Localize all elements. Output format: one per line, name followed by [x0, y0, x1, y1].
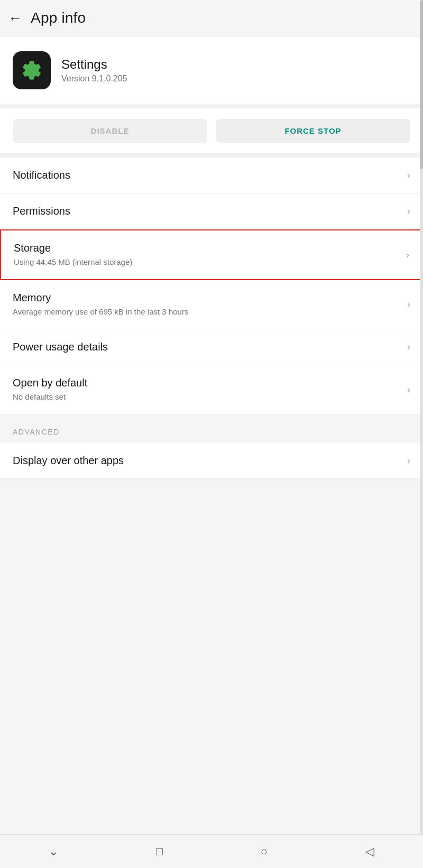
page-title: App info: [31, 10, 86, 26]
app-name: Settings: [61, 57, 127, 72]
bottom-navigation: ⌄ □ ○ ◁: [0, 834, 423, 868]
chevron-right-icon: ›: [407, 341, 410, 353]
back-button[interactable]: ←: [8, 11, 22, 25]
menu-item-open-by-default[interactable]: Open by default No defaults set ›: [0, 365, 423, 414]
menu-item-storage-subtitle: Using 44.45 MB (internal storage): [14, 256, 132, 267]
menu-item-power-usage[interactable]: Power usage details ›: [0, 329, 423, 365]
menu-item-power-usage-title: Power usage details: [13, 341, 108, 353]
app-version: Version 9.1.0.205: [61, 74, 127, 84]
menu-item-storage-content: Storage Using 44.45 MB (internal storage…: [14, 242, 132, 267]
menu-item-open-by-default-title: Open by default: [13, 377, 87, 389]
menu-item-open-by-default-content: Open by default No defaults set: [13, 377, 87, 402]
chevron-right-icon: ›: [407, 299, 410, 310]
menu-item-permissions-content: Permissions: [13, 205, 70, 217]
advanced-section-label: ADVANCED: [13, 428, 60, 436]
chevron-right-icon: ›: [406, 250, 409, 261]
scrollbar[interactable]: [420, 0, 423, 868]
app-info-header: ← App info: [0, 0, 423, 36]
menu-item-storage[interactable]: Storage Using 44.45 MB (internal storage…: [0, 229, 423, 280]
menu-item-storage-title: Storage: [14, 242, 132, 254]
chevron-right-icon: ›: [407, 206, 410, 217]
menu-item-display-over-apps[interactable]: Display over other apps ›: [0, 443, 423, 479]
scrollbar-thumb[interactable]: [420, 0, 423, 169]
menu-item-power-usage-content: Power usage details: [13, 341, 108, 353]
chevron-right-icon: ›: [407, 455, 410, 466]
nav-home-icon[interactable]: ○: [261, 845, 268, 858]
menu-item-notifications-content: Notifications: [13, 169, 70, 181]
nav-back-icon[interactable]: ◁: [365, 845, 374, 858]
disable-button[interactable]: DISABLE: [13, 119, 207, 143]
menu-item-memory[interactable]: Memory Average memory use of 695 kB in t…: [0, 280, 423, 329]
menu-item-open-by-default-subtitle: No defaults set: [13, 391, 87, 402]
menu-item-memory-subtitle: Average memory use of 695 kB in the last…: [13, 306, 188, 317]
menu-item-display-over-apps-content: Display over other apps: [13, 455, 124, 467]
chevron-right-icon: ›: [407, 170, 410, 181]
nav-dropdown-icon[interactable]: ⌄: [49, 845, 58, 858]
menu-item-memory-content: Memory Average memory use of 695 kB in t…: [13, 292, 188, 317]
advanced-section: Display over other apps ›: [0, 443, 423, 479]
buttons-section: DISABLE FORCE STOP: [0, 108, 423, 158]
app-icon: [13, 51, 51, 89]
menu-item-notifications[interactable]: Notifications ›: [0, 158, 423, 193]
nav-recents-icon[interactable]: □: [156, 845, 163, 858]
menu-item-permissions-title: Permissions: [13, 205, 70, 217]
menu-item-memory-title: Memory: [13, 292, 188, 304]
advanced-header: ADVANCED: [0, 414, 423, 443]
app-details: Settings Version 9.1.0.205: [61, 57, 127, 84]
app-info-section: Settings Version 9.1.0.205: [0, 36, 423, 108]
menu-section: Notifications › Permissions › Storage Us…: [0, 158, 423, 414]
menu-item-display-over-apps-title: Display over other apps: [13, 455, 124, 467]
menu-item-permissions[interactable]: Permissions ›: [0, 193, 423, 229]
menu-item-notifications-title: Notifications: [13, 169, 70, 181]
force-stop-button[interactable]: FORCE STOP: [216, 119, 410, 143]
chevron-right-icon: ›: [407, 384, 410, 395]
